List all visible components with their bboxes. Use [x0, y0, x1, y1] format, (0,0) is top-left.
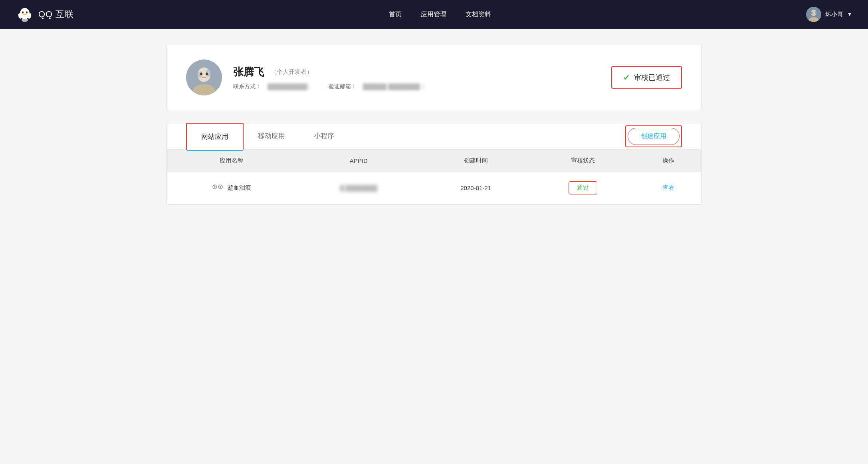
tab-mobile[interactable]: 移动应用	[244, 123, 299, 150]
approval-badge: ✔ 审核已通过	[611, 66, 682, 89]
app-name-text: 逝血泪痕	[227, 184, 251, 192]
profile-avatar	[186, 59, 222, 95]
check-icon: ✔	[623, 73, 630, 82]
svg-rect-11	[815, 11, 817, 14]
contact-value: ██████████1	[268, 83, 315, 90]
user-name-label: 坏小哥	[825, 11, 843, 18]
svg-rect-10	[811, 12, 813, 14]
profile-name-row: 张腾飞 （个人开发者）	[233, 65, 424, 79]
main-nav: 首页 应用管理 文档资料	[389, 10, 491, 19]
tabs-list: 网站应用 移动应用 小程序	[186, 123, 349, 149]
profile-left: 张腾飞 （个人开发者） 联系方式： ██████████1 验证邮箱： ████…	[186, 59, 424, 95]
create-btn-wrapper: 创建应用	[625, 125, 682, 147]
app-name-cell: 逝血泪痕	[175, 182, 288, 194]
profile-type: （个人开发者）	[271, 68, 313, 76]
svg-point-1	[22, 12, 24, 14]
nav-docs[interactable]: 文档资料	[466, 10, 491, 19]
app-icon	[212, 182, 223, 194]
view-action-link[interactable]: 查看	[662, 184, 674, 191]
col-created-at: 创建时间	[421, 150, 531, 172]
avatar	[806, 7, 821, 22]
cell-status: 通过	[531, 172, 636, 204]
col-action: 操作	[636, 150, 701, 172]
cell-action: 查看	[636, 172, 701, 204]
profile-details: 联系方式： ██████████1 验证邮箱： ██████ ████████ …	[233, 83, 424, 90]
svg-point-24	[220, 187, 221, 188]
tab-miniapp[interactable]: 小程序	[299, 123, 349, 150]
nav-home[interactable]: 首页	[389, 10, 402, 19]
detail-divider	[322, 83, 322, 90]
svg-point-4	[22, 18, 28, 22]
tabs-section: 网站应用 移动应用 小程序 创建应用 应用名称 APPID	[166, 123, 702, 205]
tab-website[interactable]: 网站应用	[186, 123, 244, 150]
profile-card: 张腾飞 （个人开发者） 联系方式： ██████████1 验证邮箱： ████…	[166, 45, 702, 110]
app-table-container: 应用名称 APPID 创建时间 审核状态 操作	[167, 150, 701, 204]
qq-logo-icon	[16, 6, 34, 23]
tabs-header: 网站应用 移动应用 小程序 创建应用	[167, 123, 701, 150]
appid-value: █ ████████	[340, 185, 377, 191]
contact-label: 联系方式：	[233, 83, 261, 90]
create-app-button[interactable]: 创建应用	[628, 128, 680, 145]
cell-appid: █ ████████	[296, 172, 421, 204]
header: QQ 互联 首页 应用管理 文档资料 坏小哥 ▼	[0, 0, 868, 29]
status-badge[interactable]: 通过	[569, 181, 597, 194]
profile-info: 张腾飞 （个人开发者） 联系方式： ██████████1 验证邮箱： ████…	[233, 65, 424, 90]
svg-point-17	[200, 73, 202, 75]
svg-point-2	[26, 12, 28, 14]
header-left: QQ 互联	[16, 6, 74, 23]
table-header-row: 应用名称 APPID 创建时间 审核状态 操作	[167, 150, 701, 172]
table-row: 逝血泪痕 █ ████████ 2020-01-21 通过 查看	[167, 172, 701, 204]
email-value: ██████ ████████ 1	[363, 83, 424, 90]
cell-app-name: 逝血泪痕	[167, 172, 296, 204]
approval-text: 审核已通过	[634, 73, 670, 82]
profile-name: 张腾飞	[233, 65, 264, 79]
svg-point-18	[206, 73, 208, 75]
app-table: 应用名称 APPID 创建时间 审核状态 操作	[167, 150, 701, 204]
user-menu[interactable]: 坏小哥 ▼	[806, 7, 852, 22]
site-title: QQ 互联	[38, 8, 74, 20]
svg-point-23	[220, 186, 221, 187]
user-dropdown-icon: ▼	[847, 12, 852, 17]
nav-app-mgmt[interactable]: 应用管理	[421, 10, 446, 19]
col-status: 审核状态	[531, 150, 636, 172]
email-label: 验证邮箱：	[329, 83, 357, 90]
col-appid: APPID	[296, 150, 421, 172]
cell-created-at: 2020-01-21	[421, 172, 531, 204]
main-content: 张腾飞 （个人开发者） 联系方式： ██████████1 验证邮箱： ████…	[135, 29, 733, 221]
svg-point-3	[23, 14, 26, 15]
col-app-name: 应用名称	[167, 150, 296, 172]
